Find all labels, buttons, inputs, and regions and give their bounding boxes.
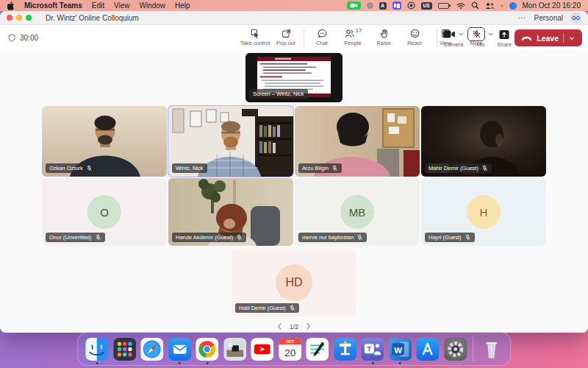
dock-calendar-icon[interactable]: OCT20 <box>279 338 301 361</box>
participant-name: Wintz, Nick <box>176 165 204 171</box>
keyboard-layout-badge[interactable]: US <box>421 2 432 10</box>
apple-menu-icon[interactable] <box>7 1 15 10</box>
mic-off-icon <box>289 305 295 311</box>
page-indicator: 1/2 <box>290 323 299 330</box>
participant-name: merve nur baybostan <box>302 234 354 241</box>
zoom-window-button[interactable] <box>26 15 32 21</box>
participant-name-pill: Mahir Demir (Guest) <box>425 163 492 173</box>
mic-off-icon <box>481 165 488 171</box>
dock-keynote-icon[interactable] <box>334 338 356 361</box>
leave-button[interactable]: Leave <box>514 29 582 46</box>
participant-tile-merve[interactable]: MB merve nur baybostan <box>295 178 420 246</box>
record-icon[interactable] <box>407 1 415 10</box>
dock-launchpad-icon[interactable] <box>113 338 136 361</box>
mic-muted-box[interactable] <box>467 27 485 41</box>
wifi-icon[interactable] <box>456 2 465 10</box>
dock-youtube-icon[interactable] <box>251 338 273 361</box>
chat-button[interactable]: Chat <box>306 26 337 46</box>
chat-icon <box>317 28 328 39</box>
mic-off-icon <box>465 234 471 241</box>
dock-divider <box>473 336 473 361</box>
account-label[interactable]: Personal <box>534 14 563 22</box>
pop-out-button[interactable]: Pop out <box>270 26 301 46</box>
participant-tile-arzu[interactable]: Arzu Bilgin <box>295 106 420 177</box>
dock-safari-icon[interactable] <box>140 338 163 361</box>
participant-name: Onur (Unverified) <box>49 234 92 241</box>
menu-clock[interactable]: Mon Oct 20 16:20 <box>523 1 581 10</box>
people-icon <box>344 28 355 39</box>
take-control-icon <box>250 28 261 39</box>
camera-button[interactable]: Camera <box>442 26 465 48</box>
mic-button[interactable]: Mic <box>467 26 494 48</box>
avatar-initials: H <box>467 195 501 229</box>
window-more-button[interactable]: ⋯ <box>518 13 527 23</box>
participant-name: Ozkan Ozturk <box>49 165 83 171</box>
meeting-toolbar: 30:00 Take control Pop out Chat 17 <box>0 25 588 52</box>
participant-tile-hande[interactable]: Hande Akdemir (Guest) <box>168 178 293 246</box>
camera-active-indicator-icon[interactable] <box>347 1 361 10</box>
mic-off-icon <box>356 234 363 241</box>
mic-chevron-icon[interactable] <box>487 31 494 38</box>
stage-manager-icon[interactable] <box>392 1 401 10</box>
fast-user-switch-icon[interactable] <box>485 2 495 10</box>
menu-edit[interactable]: Edit <box>92 1 104 10</box>
toolbar-divider <box>304 29 304 47</box>
menu-app-name[interactable]: Microsoft Teams <box>24 1 82 10</box>
menu-window[interactable]: Window <box>139 1 165 10</box>
people-count-badge: 17 <box>356 27 362 34</box>
dock-photo-icon[interactable] <box>223 338 246 361</box>
dock-settings-icon[interactable] <box>444 338 467 361</box>
dock-mail-icon[interactable] <box>168 338 191 361</box>
screen-record-status-icon[interactable] <box>367 2 373 9</box>
avatar-initials: O <box>87 195 121 229</box>
share-button[interactable]: Share <box>497 26 512 48</box>
mic-off-icon <box>236 234 243 241</box>
avatar-initials: HD <box>276 264 312 301</box>
participant-name: Arzu Bilgin <box>302 165 329 171</box>
menu-help[interactable]: Help <box>175 1 190 10</box>
react-smiley-icon <box>409 28 420 39</box>
participant-tile-mahir[interactable]: Mahir Demir (Guest) <box>421 106 546 177</box>
participant-tile-ozkan[interactable]: Ozkan Ozturk <box>42 106 167 177</box>
dock-trash-icon[interactable] <box>480 338 503 361</box>
window-title: Dr. Wintz' Online Colloquium <box>46 14 139 22</box>
dock-chrome-icon[interactable] <box>196 338 218 361</box>
participant-tile-onur[interactable]: O Onur (Unverified) <box>42 178 167 246</box>
control-center-icon[interactable] <box>509 2 517 10</box>
status-dot-icon <box>501 4 503 7</box>
take-control-button[interactable]: Take control <box>240 26 270 46</box>
minimize-window-button[interactable] <box>16 15 22 21</box>
leave-chevron-icon[interactable] <box>568 35 576 42</box>
dock-app-store-icon[interactable] <box>416 338 439 361</box>
participant-name: Hayri (Guest) <box>429 234 462 241</box>
page-next-button[interactable] <box>305 322 312 330</box>
close-window-button[interactable] <box>7 15 12 21</box>
menu-view[interactable]: View <box>114 1 130 10</box>
raise-hand-button[interactable]: Raise <box>368 26 399 46</box>
mic-muted-icon <box>472 29 481 39</box>
dock-word-icon[interactable]: W <box>389 338 412 361</box>
people-button[interactable]: 17 People <box>337 26 368 46</box>
dock-notes-icon[interactable] <box>306 338 329 361</box>
window-title-bar: Dr. Wintz' Online Colloquium ⋯ Personal … <box>0 11 588 25</box>
battery-icon[interactable] <box>438 3 451 9</box>
account-avatar[interactable]: OO <box>570 13 581 24</box>
screen-share-label-pill: Screen – Wintz, Nick <box>249 89 308 99</box>
teams-window: Dr. Wintz' Online Colloquium ⋯ Personal … <box>0 11 588 333</box>
participant-name-pill: Wintz, Nick <box>172 163 207 173</box>
mic-off-icon <box>95 234 101 241</box>
spotlight-search-icon[interactable] <box>471 1 479 10</box>
page-prev-button[interactable] <box>276 322 283 330</box>
participant-tile-halil[interactable]: HD Halil Demir (Guest) <box>232 249 356 316</box>
dock-finder-icon[interactable] <box>85 338 108 361</box>
dock-teams-icon[interactable]: T <box>361 338 384 361</box>
toolbar-divider <box>437 29 437 47</box>
participant-tile-hayri[interactable]: H Hayri (Guest) <box>421 178 546 246</box>
participant-tile-wintz[interactable]: Wintz, Nick <box>168 106 293 177</box>
camera-icon <box>442 29 456 39</box>
camera-chevron-icon[interactable] <box>458 31 465 38</box>
leave-label: Leave <box>537 34 559 43</box>
screen-share-tile[interactable]: Screen – Wintz, Nick <box>245 53 343 102</box>
input-a-icon[interactable]: A <box>379 2 387 10</box>
react-button[interactable]: React <box>399 26 430 46</box>
